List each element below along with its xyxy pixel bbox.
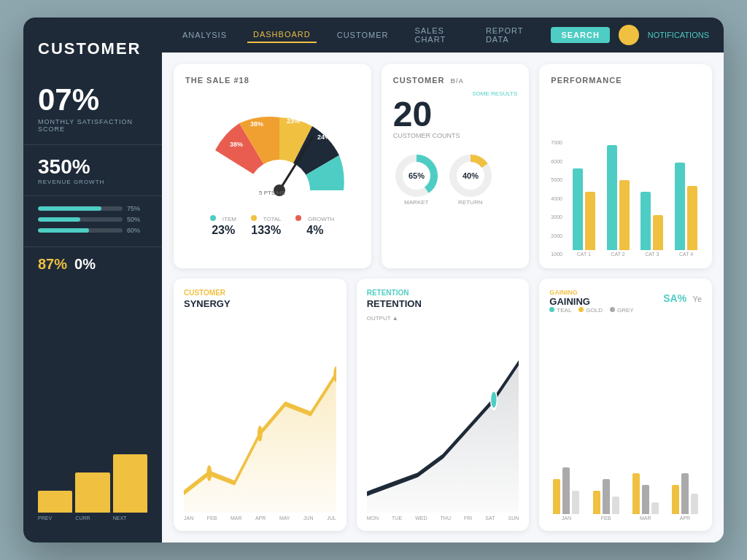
gaining-bar-group: JAN bbox=[549, 456, 583, 521]
dashboard-wrapper: CUSTOMER 07% MONTHLY SATISFACTION SCORE … bbox=[23, 18, 724, 542]
gaining-bar-group: APR bbox=[668, 456, 702, 521]
sidebar-bars: 75% 50% 60% bbox=[23, 196, 162, 246]
synergy-subtitle: CUSTOMER bbox=[184, 289, 336, 297]
bar-group: CAT 4 bbox=[672, 133, 700, 257]
svg-text:38%: 38% bbox=[250, 120, 263, 128]
main-body: THE SALE #18 bbox=[162, 52, 724, 542]
gaining-bars: JAN FEB bbox=[549, 318, 702, 521]
bottom-row: CUSTOMER SYNERGY bbox=[174, 279, 712, 531]
nav-item-dashboard[interactable]: DASHBOARD bbox=[247, 27, 317, 43]
sidebar-bottom-chart: PREV CURR NEXT bbox=[23, 462, 162, 528]
nav-item-sales[interactable]: SALES CHART bbox=[409, 23, 465, 47]
sidebar-mid-number: 350% bbox=[38, 155, 147, 179]
svg-text:23%: 23% bbox=[287, 117, 300, 125]
mini-bar-chart bbox=[38, 469, 147, 513]
sidebar-bar-item: 50% bbox=[38, 216, 147, 223]
sidebar-title: CUSTOMER bbox=[23, 32, 162, 73]
avatar bbox=[619, 25, 639, 45]
bar-chart-area: 7000 6000 5000 4000 3000 2000 1000 bbox=[551, 90, 700, 257]
sidebar-mid-label: REVENUE GROWTH bbox=[38, 179, 147, 185]
nav-right: SEARCH NOTIFICATIONS bbox=[551, 25, 709, 45]
donut-item-1: 65% MARKET bbox=[393, 152, 440, 206]
sidebar-big-label: MONTHLY SATISFACTION SCORE bbox=[38, 118, 147, 133]
sidebar-big-stat: 07% MONTHLY SATISFACTION SCORE bbox=[23, 73, 162, 145]
gaining-bar-group: FEB bbox=[589, 456, 623, 521]
gauge-stat-item: GROWTH 4% bbox=[295, 211, 334, 237]
sidebar-big-number: 07% bbox=[38, 85, 147, 115]
nav-item-analysis[interactable]: ANALYSIS bbox=[177, 28, 233, 42]
gauge-area: 38% 38% 23% 24% 5% 5 PTS/HR ITE bbox=[185, 90, 360, 257]
gaining-card: GAINING GAINING SA% Ye TEAL GOLD GREY bbox=[539, 279, 712, 531]
gauge-svg: 38% 38% 23% 24% 5% 5 PTS/HR bbox=[199, 110, 345, 205]
svg-text:24%: 24% bbox=[317, 133, 330, 141]
donut-item-2: 40% RETURN bbox=[447, 152, 494, 206]
retention-subtitle: RETENTION bbox=[367, 289, 519, 297]
gaining-title: GAINING bbox=[549, 296, 590, 307]
bar-chart-card: PERFORMANCE 7000 6000 5000 4000 3000 200… bbox=[539, 64, 712, 268]
sidebar-small-stats: 87% 0% bbox=[23, 246, 162, 287]
sidebar-small-num-right: 0% bbox=[74, 256, 96, 273]
retention-title: RETENTION bbox=[367, 298, 519, 309]
customer-stats-card: Customer B/A SOME RESULTS 20 CUSTOMER CO… bbox=[382, 64, 530, 268]
svg-text:38%: 38% bbox=[230, 141, 243, 148]
gaining-bar-group: MAR bbox=[629, 456, 662, 521]
retention-card: RETENTION RETENTION OUTPUT ▲ bbox=[357, 279, 530, 531]
notifications-link[interactable]: NOTIFICATIONS bbox=[648, 31, 709, 39]
sidebar: CUSTOMER 07% MONTHLY SATISFACTION SCORE … bbox=[23, 18, 162, 542]
synergy-title: SYNERGY bbox=[184, 298, 336, 309]
svg-point-16 bbox=[258, 426, 263, 442]
synergy-chart bbox=[184, 315, 336, 513]
svg-text:5%: 5% bbox=[329, 163, 338, 170]
sidebar-bar-item: 60% bbox=[38, 227, 147, 234]
top-row: THE SALE #18 bbox=[174, 64, 712, 268]
bar-chart-title: PERFORMANCE bbox=[551, 76, 700, 85]
sidebar-small-num-left: 87% bbox=[38, 256, 67, 273]
synergy-card: CUSTOMER SYNERGY bbox=[174, 279, 347, 531]
gauge-card-title: THE SALE #18 bbox=[185, 76, 360, 85]
customer-big-number: 20 bbox=[393, 97, 518, 132]
nav-item-customer[interactable]: CUSTOMER bbox=[331, 28, 395, 42]
gauge-stat-item: ITEM 23% bbox=[210, 211, 236, 237]
gauge-card: THE SALE #18 bbox=[174, 64, 371, 268]
nav-item-report[interactable]: REPORT DATA bbox=[480, 23, 536, 47]
customer-card-title: Customer B/A bbox=[393, 76, 518, 85]
sidebar-mid-stat: 350% REVENUE GROWTH bbox=[23, 145, 162, 196]
svg-text:5 PTS/HR: 5 PTS/HR bbox=[259, 190, 285, 196]
svg-text:40%: 40% bbox=[462, 171, 479, 180]
svg-point-15 bbox=[206, 465, 212, 481]
bar-group: CAT 2 bbox=[604, 133, 632, 257]
gaining-legend: TEAL GOLD GREY bbox=[549, 307, 702, 314]
donut-row: 65% MARKET 40% bbox=[393, 152, 518, 206]
gauge-stats-row: ITEM 23% TOTAL 133% GROWTH bbox=[210, 211, 334, 237]
top-nav: ANALYSIS DASHBOARD CUSTOMER SALES CHART … bbox=[162, 18, 724, 52]
svg-point-18 bbox=[490, 390, 497, 409]
svg-text:65%: 65% bbox=[409, 171, 425, 180]
gaining-subtitle: GAINING bbox=[549, 289, 590, 296]
bar-group: CAT 1 bbox=[570, 133, 598, 257]
gauge-stat-item: TOTAL 133% bbox=[251, 211, 282, 237]
main-content: ANALYSIS DASHBOARD CUSTOMER SALES CHART … bbox=[162, 18, 724, 542]
retention-chart bbox=[367, 324, 519, 513]
search-button[interactable]: SEARCH bbox=[551, 27, 609, 43]
bar-group: CAT 3 bbox=[638, 133, 666, 257]
sidebar-bar-item: 75% bbox=[38, 205, 147, 212]
